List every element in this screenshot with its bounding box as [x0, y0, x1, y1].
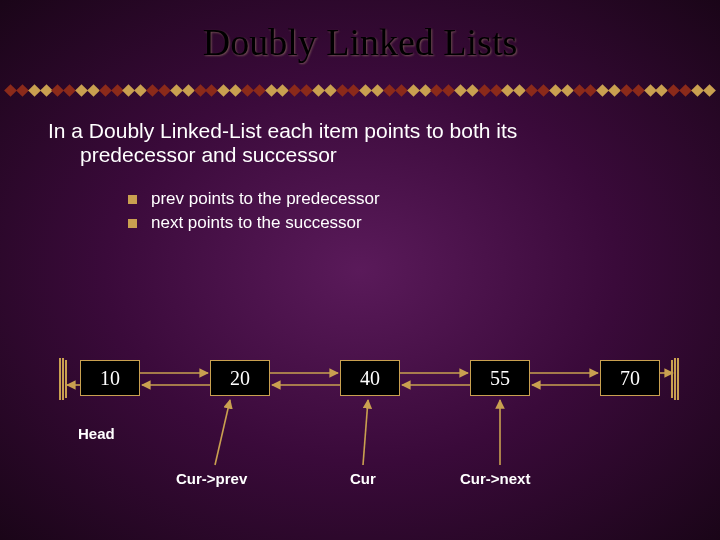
- linked-list-diagram: 10 20 40 55 70: [0, 340, 720, 500]
- divider-diamond-icon: [312, 84, 325, 97]
- divider-diamond-icon: [229, 84, 242, 97]
- slide-title: Doubly Linked Lists: [0, 0, 720, 64]
- divider-diamond-icon: [158, 84, 171, 97]
- divider-diamond-icon: [241, 84, 254, 97]
- divider-diamond-icon: [146, 84, 159, 97]
- divider-diamond-icon: [407, 84, 420, 97]
- square-bullet-icon: [128, 195, 137, 204]
- divider-diamond-icon: [395, 84, 408, 97]
- divider-diamond-icon: [253, 84, 266, 97]
- divider-diamond-icon: [371, 84, 384, 97]
- divider-diamond-icon: [608, 84, 621, 97]
- divider-diamond-icon: [549, 84, 562, 97]
- label-cur-next: Cur->next: [460, 470, 530, 487]
- divider-diamond-icon: [182, 84, 195, 97]
- divider-diamond-icon: [561, 84, 574, 97]
- divider-diamond-icon: [632, 84, 645, 97]
- title-divider: [0, 82, 720, 102]
- divider-diamond-icon: [16, 84, 29, 97]
- divider-diamond-icon: [537, 84, 550, 97]
- divider-diamond-icon: [28, 84, 41, 97]
- bullet-item: prev points to the predecessor: [128, 189, 672, 209]
- divider-diamond-icon: [99, 84, 112, 97]
- divider-diamond-icon: [75, 84, 88, 97]
- divider-diamond-icon: [466, 84, 479, 97]
- square-bullet-icon: [128, 219, 137, 228]
- bullet-list: prev points to the predecessor next poin…: [48, 167, 672, 233]
- label-head: Head: [78, 425, 115, 442]
- divider-diamond-icon: [679, 84, 692, 97]
- list-node: 10: [80, 360, 140, 396]
- divider-diamond-icon: [170, 84, 183, 97]
- list-node: 70: [600, 360, 660, 396]
- list-node: 40: [340, 360, 400, 396]
- divider-diamond-icon: [300, 84, 313, 97]
- bullet-text: next points to the successor: [151, 213, 362, 233]
- divider-diamond-icon: [324, 84, 337, 97]
- divider-diamond-icon: [87, 84, 100, 97]
- divider-diamond-icon: [703, 84, 716, 97]
- list-node: 55: [470, 360, 530, 396]
- svg-line-16: [215, 400, 230, 465]
- divider-diamond-icon: [620, 84, 633, 97]
- divider-diamond-icon: [478, 84, 491, 97]
- svg-line-17: [363, 400, 368, 465]
- bullet-text: prev points to the predecessor: [151, 189, 380, 209]
- divider-diamond-icon: [454, 84, 467, 97]
- divider-diamond-icon: [691, 84, 704, 97]
- list-node: 20: [210, 360, 270, 396]
- divider-diamond-icon: [525, 84, 538, 97]
- divider-diamond-icon: [4, 84, 17, 97]
- label-cur: Cur: [350, 470, 376, 487]
- intro-line-2: predecessor and successor: [48, 143, 672, 167]
- bullet-item: next points to the successor: [128, 213, 672, 233]
- divider-diamond-icon: [383, 84, 396, 97]
- label-cur-prev: Cur->prev: [176, 470, 247, 487]
- intro-line-1: In a Doubly Linked-List each item points…: [48, 119, 672, 143]
